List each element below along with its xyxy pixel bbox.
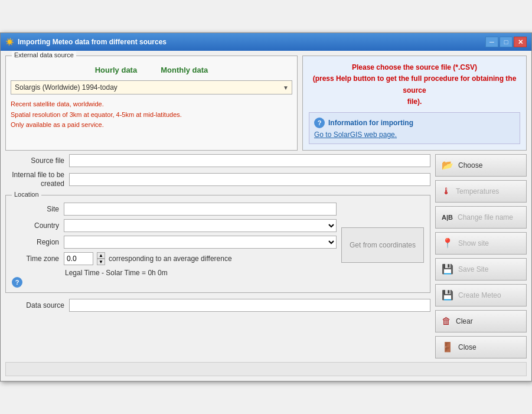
location-content: Site Country xyxy=(12,203,424,288)
close-door-icon: 🚪 xyxy=(442,341,453,353)
temperatures-label: Temperatures xyxy=(456,187,499,195)
site-input[interactable] xyxy=(64,203,337,216)
title-bar-buttons: ─ □ ✕ xyxy=(485,37,527,47)
window-close-button[interactable]: ✕ xyxy=(514,37,527,47)
legal-time-text: Legal Time - Solar Time = 0h 0m xyxy=(65,269,168,277)
top-area: External data source Hourly data Monthly… xyxy=(5,56,527,151)
source-file-label: Source file xyxy=(5,157,64,165)
timezone-label: Time zone xyxy=(12,255,59,263)
data-source-row: Data source xyxy=(5,299,430,312)
timezone-up-btn[interactable]: ▲ xyxy=(97,252,105,259)
timezone-spinner: ▲ ▼ xyxy=(97,252,105,265)
info-msg-line2: (press Help button to get the full proce… xyxy=(309,73,520,96)
location-fields: Site Country xyxy=(12,203,337,288)
solargis-link[interactable]: Go to SolarGIS web page. xyxy=(314,131,515,139)
window-body: External data source Hourly data Monthly… xyxy=(1,51,531,381)
desc-line3: Only available as a paid service. xyxy=(11,120,292,131)
maximize-button[interactable]: □ xyxy=(500,37,513,47)
source-dropdown-wrapper: Solargis (Worldwide) 1994-today ▼ xyxy=(11,80,292,94)
internal-file-row: Internal file to be created xyxy=(5,171,430,189)
change-file-name-label: Change file name xyxy=(458,213,513,221)
timezone-row: Time zone ▲ ▼ corresponding to an averag… xyxy=(12,252,337,265)
clear-icon: 🗑 xyxy=(442,316,451,327)
close-button[interactable]: 🚪 Close xyxy=(435,336,527,358)
data-source-label: Data source xyxy=(5,301,64,309)
create-meteo-icon: 💾 xyxy=(442,289,453,301)
choose-button[interactable]: 📂 Choose xyxy=(435,154,527,177)
clear-button[interactable]: 🗑 Clear xyxy=(435,310,527,332)
window-title: Importing Meteo data from different sour… xyxy=(18,38,167,46)
close-label: Close xyxy=(458,343,476,351)
source-file-row: Source file xyxy=(5,154,430,167)
source-file-input[interactable] xyxy=(69,154,430,167)
info-panel: Please choose the source file (*.CSV) (p… xyxy=(302,56,527,151)
save-site-icon: 💾 xyxy=(442,263,453,275)
source-dropdown[interactable]: Solargis (Worldwide) 1994-today xyxy=(11,80,292,94)
site-label: Site xyxy=(12,205,59,213)
save-site-label: Save Site xyxy=(458,265,488,273)
create-meteo-label: Create Meteo xyxy=(458,291,501,299)
country-row: Country xyxy=(12,219,337,232)
country-label: Country xyxy=(12,221,59,230)
show-site-button[interactable]: 📍 Show site xyxy=(435,232,527,255)
show-site-label: Show site xyxy=(458,239,489,247)
timezone-input[interactable] xyxy=(64,252,93,265)
pin-icon: 📍 xyxy=(442,237,453,249)
info-msg-line3: file). xyxy=(309,96,520,107)
help-button[interactable]: ? xyxy=(12,277,22,288)
choose-label: Choose xyxy=(458,161,482,169)
country-select[interactable] xyxy=(64,219,337,232)
window-icon: ☀️ xyxy=(5,38,14,46)
info-message: Please choose the source file (*.CSV) (p… xyxy=(309,62,520,107)
ab-icon: A|B xyxy=(442,214,453,221)
main-window: ☀️ Importing Meteo data from different s… xyxy=(0,32,532,382)
data-source-input[interactable] xyxy=(69,299,430,312)
region-select[interactable] xyxy=(64,236,337,249)
create-meteo-button[interactable]: 💾 Create Meteo xyxy=(435,284,527,307)
hourly-data-label: Hourly data xyxy=(95,66,138,74)
source-description: Recent satellite data, worldwide. Spatia… xyxy=(11,99,292,131)
middle-row: Source file Internal file to be created … xyxy=(5,154,527,358)
desc-line1: Recent satellite data, worldwide. xyxy=(11,99,292,110)
form-column: Source file Internal file to be created … xyxy=(5,154,430,358)
change-file-name-button[interactable]: A|B Change file name xyxy=(435,206,527,229)
info-circle-icon: ? xyxy=(314,118,325,128)
monthly-data-label: Monthly data xyxy=(161,66,208,74)
region-label: Region xyxy=(12,238,59,246)
data-type-area: Hourly data Monthly data xyxy=(11,66,292,74)
timezone-down-btn[interactable]: ▼ xyxy=(97,259,105,265)
external-source-label: External data source xyxy=(12,51,76,58)
clear-label: Clear xyxy=(456,317,473,325)
info-msg-line1: Please choose the source file (*.CSV) xyxy=(309,62,520,73)
info-box-title: ? Information for importing xyxy=(314,118,515,128)
save-site-button[interactable]: 💾 Save Site xyxy=(435,258,527,281)
timezone-control: ▲ ▼ corresponding to an average differen… xyxy=(64,252,232,265)
get-from-coordinates-button[interactable]: Get from coordinates xyxy=(341,227,424,263)
site-row: Site xyxy=(12,203,337,216)
choose-icon: 📂 xyxy=(442,159,453,171)
location-group-label: Location xyxy=(12,191,41,198)
info-box: ? Information for importing Go to SolarG… xyxy=(309,112,520,144)
title-bar-left: ☀️ Importing Meteo data from different s… xyxy=(5,38,167,46)
location-group: Location Site Country xyxy=(5,195,430,293)
temperatures-button[interactable]: 🌡 Temperatures xyxy=(435,180,527,203)
desc-line2: Spatial resolution of 3km at equator, 4-… xyxy=(11,110,292,120)
status-bar xyxy=(5,362,527,376)
external-source-panel: External data source Hourly data Monthly… xyxy=(5,56,298,151)
region-row: Region xyxy=(12,236,337,249)
title-bar: ☀️ Importing Meteo data from different s… xyxy=(1,33,531,51)
legal-time-row: Legal Time - Solar Time = 0h 0m ? xyxy=(12,269,337,288)
internal-file-label: Internal file to be created xyxy=(5,171,64,189)
minimize-button[interactable]: ─ xyxy=(485,37,498,47)
timezone-desc: corresponding to an average difference xyxy=(109,255,232,263)
internal-file-input[interactable] xyxy=(69,173,430,186)
thermometer-icon: 🌡 xyxy=(442,186,451,197)
sidebar-buttons: 📂 Choose 🌡 Temperatures A|B Change file … xyxy=(435,154,527,358)
info-box-title-text: Information for importing xyxy=(328,119,413,127)
get-coords-container: Get from coordinates xyxy=(341,203,424,288)
